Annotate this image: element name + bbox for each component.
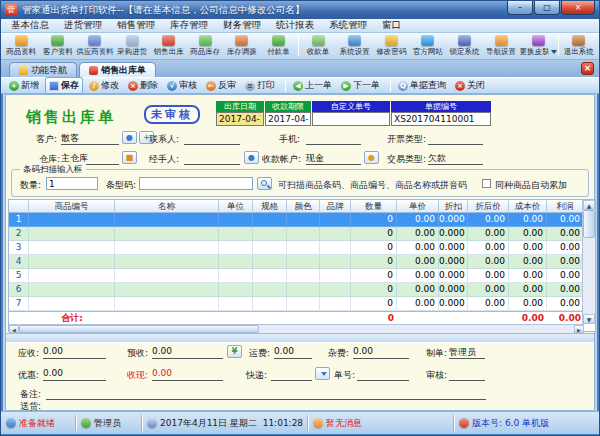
- col-header[interactable]: 利润: [547, 200, 584, 213]
- toolbar-product-data[interactable]: 商品资料: [3, 35, 40, 57]
- menu-finance[interactable]: 财务管理: [223, 19, 261, 32]
- tab-close-button[interactable]: ×: [581, 62, 594, 75]
- table-row[interactable]: 4 00.000.0000.000.000.00: [9, 255, 584, 269]
- table-row[interactable]: 5 00.000.0000.000.000.00: [9, 269, 584, 283]
- cash-received-field[interactable]: 0.00: [152, 368, 223, 381]
- col-header[interactable]: 折扣: [439, 200, 468, 213]
- invoice-type-field[interactable]: [428, 132, 483, 145]
- close-form-button[interactable]: ×关闭: [452, 78, 488, 93]
- express-dropdown-button[interactable]: [315, 367, 330, 380]
- toolbar-purchase-in[interactable]: 采购进货: [114, 35, 151, 57]
- menu-system[interactable]: 系统管理: [329, 19, 367, 32]
- menu-sales[interactable]: 销售管理: [117, 19, 155, 32]
- out-date-input[interactable]: [216, 112, 264, 126]
- status-messages[interactable]: 暂无消息: [308, 415, 454, 431]
- horizontal-scroll-thumb[interactable]: [19, 325, 259, 333]
- account-picker-button[interactable]: ●: [364, 151, 379, 164]
- order-no-input[interactable]: [391, 112, 491, 126]
- vertical-scrollbar[interactable]: ▲ ▼: [582, 200, 595, 324]
- scroll-up-icon[interactable]: ▲: [583, 200, 595, 210]
- trade-type-field[interactable]: 欠款: [428, 152, 483, 165]
- customer-field[interactable]: 散客: [61, 132, 119, 145]
- tab-sales-out-order[interactable]: 销售出库单: [79, 62, 156, 77]
- scroll-left-icon[interactable]: ◀: [9, 325, 19, 333]
- toolbar-payment-slip[interactable]: 付款单: [260, 35, 297, 57]
- modify-button[interactable]: /修改: [86, 78, 122, 93]
- receivable-field[interactable]: 0.00: [43, 346, 106, 359]
- express-field[interactable]: [271, 368, 312, 381]
- horizontal-scrollbar[interactable]: ◀ ▶: [9, 324, 584, 333]
- table-row[interactable]: 3 00.000.0000.000.000.00: [9, 241, 584, 255]
- save-button[interactable]: 保存: [45, 77, 83, 94]
- close-button[interactable]: ×: [561, 1, 595, 15]
- col-header[interactable]: 品牌: [320, 200, 351, 213]
- col-header[interactable]: 单价: [397, 200, 439, 213]
- toolbar-exit-system[interactable]: 退出系统: [560, 35, 597, 57]
- col-header[interactable]: 单位: [219, 200, 253, 213]
- scroll-down-icon[interactable]: ▼: [583, 314, 595, 324]
- toolbar-receipt-slip[interactable]: 收款单: [300, 35, 337, 57]
- col-header[interactable]: 商品编号: [29, 200, 115, 213]
- toolbar-stock[interactable]: 商品库存: [187, 35, 224, 57]
- prepaid-money-button[interactable]: ¥: [227, 345, 242, 358]
- contact-field[interactable]: [184, 132, 240, 145]
- custom-no-input[interactable]: [312, 112, 390, 126]
- toolbar-lock-system[interactable]: 锁定系统: [446, 35, 483, 57]
- toolbar-stock-transfer[interactable]: 库存调拨: [224, 35, 261, 57]
- menu-window[interactable]: 窗口: [382, 19, 401, 32]
- col-header[interactable]: 成本价: [509, 200, 547, 213]
- col-header[interactable]: 颜色: [287, 200, 320, 213]
- warehouse-picker-button[interactable]: ■: [122, 151, 137, 164]
- toolbar-change-password[interactable]: 修改密码: [373, 35, 410, 57]
- tab-function-nav[interactable]: 功能导航: [9, 62, 77, 77]
- next-order-button[interactable]: ▶下一单: [338, 78, 383, 93]
- barcode-search-button[interactable]: [257, 177, 272, 190]
- account-field[interactable]: 现金: [306, 152, 361, 165]
- vertical-scroll-thumb[interactable]: [583, 210, 595, 238]
- mobile-field[interactable]: [306, 132, 361, 145]
- toolbar-supplier-data[interactable]: 供应商资料: [76, 35, 114, 57]
- menu-purchase[interactable]: 进货管理: [64, 19, 102, 32]
- menu-basic-info[interactable]: 基本信息: [11, 19, 49, 32]
- table-row[interactable]: 2 00.000.0000.000.000.00: [9, 227, 584, 241]
- handler-picker-button[interactable]: ●: [244, 151, 259, 164]
- col-header[interactable]: 数量: [351, 200, 397, 213]
- prepaid-field[interactable]: 0.00: [152, 346, 223, 359]
- customer-picker-button[interactable]: ●: [122, 131, 137, 144]
- audit-button[interactable]: √审核: [164, 78, 200, 93]
- table-row-selected[interactable]: 1 00.000.0000.000.000.00: [9, 213, 584, 227]
- due-date-input[interactable]: [265, 112, 311, 126]
- tracking-no-field[interactable]: [357, 368, 409, 381]
- auto-accumulate-checkbox[interactable]: [482, 179, 491, 188]
- toolbar-nav-settings[interactable]: 导航设置: [483, 35, 520, 57]
- minimize-button[interactable]: –: [507, 1, 533, 15]
- maximize-button[interactable]: □: [534, 1, 560, 15]
- col-header[interactable]: 名称: [115, 200, 219, 213]
- skin-dropdown-arrow-icon[interactable]: [551, 50, 557, 54]
- scroll-right-icon[interactable]: ▶: [574, 325, 584, 333]
- col-header[interactable]: 规格: [253, 200, 287, 213]
- scan-qty-input[interactable]: [46, 177, 98, 190]
- toolbar-system-settings[interactable]: 系统设置: [336, 35, 373, 57]
- toolbar-customer-data[interactable]: 客户资料: [40, 35, 77, 57]
- delete-button[interactable]: ×删除: [125, 78, 161, 93]
- toolbar-official-website[interactable]: 官方网站: [410, 35, 447, 57]
- menu-inventory[interactable]: 库存管理: [170, 19, 208, 32]
- table-row[interactable]: 6 00.000.0000.000.000.00: [9, 283, 584, 297]
- freight-field[interactable]: 0.00: [274, 346, 312, 359]
- barcode-input[interactable]: [139, 177, 253, 190]
- menu-reports[interactable]: 统计报表: [276, 19, 314, 32]
- col-header[interactable]: 折后价: [468, 200, 509, 213]
- unaudit-button[interactable]: ←反审: [203, 78, 239, 93]
- toolbar-change-skin[interactable]: 更换皮肤: [519, 35, 557, 57]
- discount-field[interactable]: 0.00: [43, 368, 106, 381]
- new-button[interactable]: +新增: [6, 78, 42, 93]
- toolbar-sales-out[interactable]: 销售出库: [150, 35, 187, 57]
- cell: [320, 269, 351, 283]
- misc-fee-field[interactable]: 0.00: [353, 346, 409, 359]
- handler-field[interactable]: [184, 152, 240, 165]
- table-row[interactable]: 7 00.000.0000.000.000.00: [9, 297, 584, 311]
- print-button[interactable]: ≡打印: [242, 78, 278, 93]
- order-query-button[interactable]: Q单据查询: [395, 78, 449, 93]
- previous-order-button[interactable]: ◀上一单: [290, 78, 335, 93]
